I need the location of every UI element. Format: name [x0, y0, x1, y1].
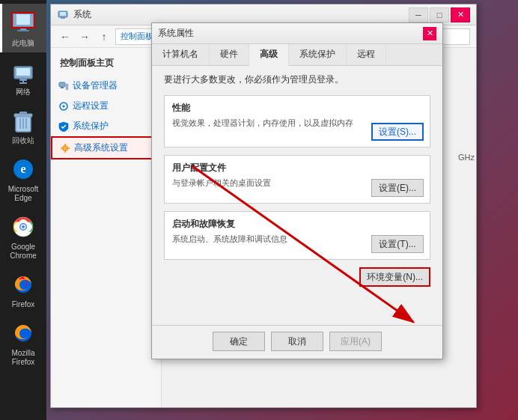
ghz-label: GHz: [458, 153, 475, 162]
taskbar-label-computer: 此电脑: [12, 39, 34, 48]
svg-rect-3: [17, 30, 29, 31]
tab-advanced[interactable]: 高级: [249, 44, 289, 66]
mozilla-firefox-icon: [10, 320, 37, 347]
window-title: 系统: [73, 8, 409, 21]
taskbar-item-edge[interactable]: e Microsoft Edge: [0, 150, 46, 207]
computer-icon: [10, 10, 37, 37]
edge-icon: e: [10, 156, 37, 183]
startup-settings-button[interactable]: 设置(T)...: [371, 235, 424, 253]
minimize-button[interactable]: ─: [409, 7, 428, 22]
system-protection-icon: [58, 121, 69, 132]
svg-point-21: [22, 225, 25, 228]
svg-rect-12: [19, 112, 27, 115]
svg-rect-6: [16, 68, 30, 76]
tab-remote[interactable]: 远程: [347, 44, 386, 65]
taskbar-item-computer[interactable]: 此电脑: [0, 4, 46, 52]
network-icon: [10, 58, 37, 85]
dialog-title: 系统属性: [158, 27, 423, 40]
performance-section: 性能 视觉效果，处理器计划，内存使用，以及虚拟内存 设置(S)...: [164, 95, 430, 147]
taskbar-label-firefox: Firefox: [12, 300, 35, 309]
system-properties-dialog: 系统属性 ✕ 计算机名 硬件 高级 系统保护 远程 要进行大多数更改，你必须作为…: [151, 22, 443, 359]
svg-rect-1: [16, 14, 30, 25]
taskbar-label-mozilla: Mozilla Firefox: [3, 349, 43, 367]
dialog-tabs: 计算机名 硬件 高级 系统保护 远程: [152, 44, 442, 66]
user-profiles-title: 用户配置文件: [172, 162, 422, 174]
svg-rect-25: [60, 12, 66, 16]
taskbar-item-recycle[interactable]: 回收站: [0, 101, 46, 150]
dialog-footer: 确定 取消 应用(A): [152, 325, 442, 359]
device-manager-icon: [58, 81, 69, 91]
firefox-icon: [10, 271, 37, 298]
tab-computer-name[interactable]: 计算机名: [152, 44, 210, 65]
performance-settings-button[interactable]: 设置(S)...: [371, 123, 424, 141]
dialog-body: 要进行大多数更改，你必须作为管理员登录。 性能 视觉效果，处理器计划，内存使用，…: [152, 66, 442, 325]
close-button[interactable]: ✕: [451, 7, 470, 22]
taskbar: 此电脑 网络 回收站: [0, 0, 46, 420]
desktop: 系统 ─ □ ✕ ← → ↑ 控制面板 › 系统和安全 › 系统 控制: [46, 0, 518, 420]
up-button[interactable]: ↑: [96, 28, 112, 45]
sidebar-heading: 控制面板主页: [51, 54, 161, 76]
svg-point-33: [64, 147, 66, 149]
tab-hardware[interactable]: 硬件: [210, 44, 249, 65]
chrome-icon: [10, 213, 37, 240]
taskbar-label-chrome: Google Chrome: [3, 243, 43, 261]
apply-button[interactable]: 应用(A): [329, 332, 382, 351]
environment-variables-button[interactable]: 环境变量(N)...: [359, 267, 430, 287]
sidebar-item-devices[interactable]: 设备管理器: [51, 76, 161, 96]
forward-button[interactable]: →: [76, 28, 93, 45]
svg-rect-29: [66, 84, 68, 90]
performance-title: 性能: [172, 102, 422, 115]
cancel-button[interactable]: 取消: [271, 332, 323, 351]
startup-section: 启动和故障恢复 系统启动、系统故障和调试信息 设置(T)...: [164, 211, 430, 260]
taskbar-label-recycle: 回收站: [12, 136, 34, 145]
taskbar-item-chrome[interactable]: Google Chrome: [0, 207, 46, 265]
window-controls: ─ □ ✕: [409, 7, 470, 22]
ok-button[interactable]: 确定: [213, 332, 265, 351]
user-profiles-settings-button[interactable]: 设置(E)...: [371, 179, 424, 197]
sidebar-item-advanced[interactable]: 高级系统设置: [51, 136, 161, 159]
window-icon: [57, 9, 69, 21]
dialog-titlebar: 系统属性 ✕: [152, 23, 442, 44]
sidebar: 控制面板主页 设备管理器 远程设置: [51, 48, 162, 407]
svg-rect-28: [61, 87, 64, 88]
maximize-button[interactable]: □: [430, 7, 449, 22]
svg-point-31: [63, 105, 65, 107]
remote-settings-icon: [58, 101, 69, 112]
svg-rect-27: [59, 82, 65, 87]
dialog-close-button[interactable]: ✕: [423, 27, 436, 40]
sidebar-item-protection[interactable]: 系统保护: [51, 116, 161, 136]
dialog-note: 要进行大多数更改，你必须作为管理员登录。: [164, 73, 430, 86]
recycle-bin-icon: [10, 107, 37, 134]
svg-rect-26: [61, 17, 65, 19]
tab-system-protection[interactable]: 系统保护: [289, 44, 347, 65]
user-profiles-section: 用户配置文件 与登录帐户相关的桌面设置 设置(E)...: [164, 155, 430, 204]
startup-title: 启动和故障恢复: [172, 218, 422, 231]
back-button[interactable]: ←: [57, 28, 73, 45]
svg-rect-7: [19, 79, 27, 81]
svg-text:e: e: [20, 162, 25, 175]
taskbar-label-network: 网络: [16, 88, 31, 97]
taskbar-item-firefox[interactable]: Firefox: [0, 265, 46, 314]
sidebar-item-remote[interactable]: 远程设置: [51, 96, 161, 116]
advanced-settings-icon: [60, 143, 70, 153]
taskbar-item-mozilla[interactable]: Mozilla Firefox: [0, 314, 46, 371]
taskbar-label-edge: Microsoft Edge: [3, 185, 43, 203]
taskbar-item-network[interactable]: 网络: [0, 52, 46, 101]
